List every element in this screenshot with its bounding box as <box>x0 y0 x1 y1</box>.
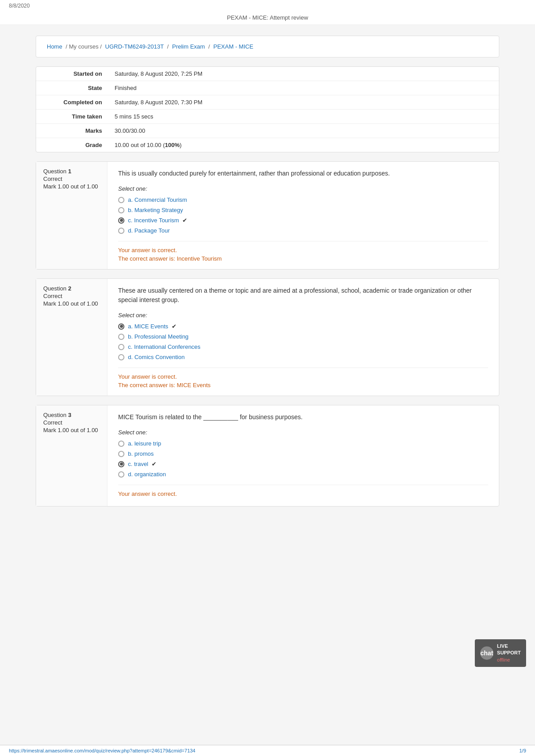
question-body: This is usually conducted purely for ent… <box>107 162 499 269</box>
feedback-message: Your answer is correct. <box>118 490 488 497</box>
option-label: d. organization <box>128 471 166 478</box>
radio-button <box>118 344 124 350</box>
radio-button <box>118 461 124 467</box>
options-list: a. leisure tripb. promosc. travel ✔d. or… <box>118 440 488 478</box>
options-list: a. MICE Events ✔b. Professional Meetingc… <box>118 323 488 360</box>
question-mark: Mark 1.00 out of 1.00 <box>43 183 100 190</box>
radio-button <box>118 441 124 447</box>
radio-button <box>118 451 124 457</box>
question-status: Correct <box>43 293 100 299</box>
feedback-message: Your answer is correct. <box>118 373 488 380</box>
info-value: 10.00 out of 10.00 (100%) <box>107 138 499 152</box>
option-item: c. Incentive Tourism ✔ <box>118 217 488 224</box>
select-one-label: Select one: <box>118 185 488 192</box>
radio-button <box>118 323 124 330</box>
question-label: Question 2 <box>43 285 100 292</box>
radio-button <box>118 334 124 340</box>
answer-feedback: Your answer is correct.The correct answe… <box>118 241 488 262</box>
option-label: a. leisure trip <box>128 440 161 447</box>
question-text: This is usually conducted purely for ent… <box>118 169 488 178</box>
question-sidebar: Question 3CorrectMark 1.00 out of 1.00 <box>36 405 107 506</box>
question-block: Question 1CorrectMark 1.00 out of 1.00Th… <box>36 161 499 270</box>
breadcrumb: Home / My courses / UGRD-TM6249-2013T / … <box>36 36 499 57</box>
info-label: Grade <box>36 138 107 152</box>
select-one-label: Select one: <box>118 312 488 319</box>
attempt-info-box: Started onSaturday, 8 August 2020, 7:25 … <box>36 66 499 152</box>
checkmark-icon: ✔ <box>150 461 157 467</box>
info-table-row: Marks30.00/30.00 <box>36 124 499 138</box>
breadcrumb-pexam[interactable]: PEXAM - MICE <box>214 43 254 50</box>
info-table-row: Time taken5 mins 15 secs <box>36 110 499 124</box>
option-item: d. organization <box>118 471 488 478</box>
question-body: These are usually centered on a theme or… <box>107 279 499 396</box>
option-item: c. International Conferences <box>118 343 488 350</box>
breadcrumb-sep-1: / My courses / <box>66 43 103 50</box>
header-date: 8/8/2020 <box>9 3 30 9</box>
radio-button <box>118 217 124 224</box>
question-text: These are usually centered on a theme or… <box>118 286 488 305</box>
info-table-row: Completed onSaturday, 8 August 2020, 7:3… <box>36 95 499 110</box>
question-body: MICE Tourism is related to the _________… <box>107 405 499 506</box>
option-item: d. Package Tour <box>118 227 488 234</box>
page-header: 8/8/2020 <box>0 0 535 12</box>
info-value: Saturday, 8 August 2020, 7:30 PM <box>107 95 499 110</box>
option-label: d. Comics Convention <box>128 354 185 360</box>
info-label: Started on <box>36 67 107 81</box>
breadcrumb-home[interactable]: Home <box>47 43 62 50</box>
radio-button <box>118 354 124 360</box>
radio-button <box>118 471 124 478</box>
option-item: a. leisure trip <box>118 440 488 447</box>
option-label: b. promos <box>128 450 154 457</box>
options-list: a. Commercial Tourismb. Marketing Strate… <box>118 196 488 234</box>
page-title-bar: PEXAM - MICE: Attempt review <box>0 11 535 25</box>
info-label: Time taken <box>36 110 107 124</box>
info-value: 5 mins 15 secs <box>107 110 499 124</box>
option-item: a. MICE Events ✔ <box>118 323 488 330</box>
option-label: c. Incentive Tourism ✔ <box>128 217 187 224</box>
question-label: Question 3 <box>43 412 100 418</box>
radio-button <box>118 207 124 213</box>
option-label: c. International Conferences <box>128 343 201 350</box>
option-item: b. Professional Meeting <box>118 333 488 340</box>
option-label: b. Professional Meeting <box>128 333 189 340</box>
option-label: c. travel ✔ <box>128 461 156 467</box>
option-item: d. Comics Convention <box>118 354 488 360</box>
question-sidebar: Question 1CorrectMark 1.00 out of 1.00 <box>36 162 107 269</box>
checkmark-icon: ✔ <box>181 217 188 224</box>
info-label: Completed on <box>36 95 107 110</box>
correct-answer: The correct answer is: MICE Events <box>118 382 488 388</box>
info-table-row: StateFinished <box>36 81 499 95</box>
questions-container: Question 1CorrectMark 1.00 out of 1.00Th… <box>36 161 499 507</box>
question-block: Question 2CorrectMark 1.00 out of 1.00Th… <box>36 278 499 396</box>
attempt-info-table: Started onSaturday, 8 August 2020, 7:25 … <box>36 67 499 152</box>
feedback-message: Your answer is correct. <box>118 247 488 253</box>
correct-answer: The correct answer is: Incentive Tourism <box>118 255 488 262</box>
option-label: b. Marketing Strategy <box>128 207 183 213</box>
breadcrumb-course[interactable]: UGRD-TM6249-2013T <box>105 43 164 50</box>
info-value: 30.00/30.00 <box>107 124 499 138</box>
question-mark: Mark 1.00 out of 1.00 <box>43 427 100 433</box>
breadcrumb-sep-2: / <box>167 43 170 50</box>
option-item: b. promos <box>118 450 488 457</box>
option-label: a. Commercial Tourism <box>128 196 187 203</box>
option-label: d. Package Tour <box>128 227 170 234</box>
answer-feedback: Your answer is correct.The correct answe… <box>118 368 488 388</box>
radio-button <box>118 197 124 203</box>
info-value: Finished <box>107 81 499 95</box>
info-table-row: Started onSaturday, 8 August 2020, 7:25 … <box>36 67 499 81</box>
option-item: b. Marketing Strategy <box>118 207 488 213</box>
radio-button <box>118 228 124 234</box>
breadcrumb-exam[interactable]: Prelim Exam <box>172 43 205 50</box>
question-text: MICE Tourism is related to the _________… <box>118 413 488 422</box>
info-value: Saturday, 8 August 2020, 7:25 PM <box>107 67 499 81</box>
page-title: PEXAM - MICE: Attempt review <box>227 14 308 21</box>
info-label: Marks <box>36 124 107 138</box>
question-status: Correct <box>43 176 100 182</box>
option-item: c. travel ✔ <box>118 461 488 467</box>
breadcrumb-sep-3: / <box>208 43 211 50</box>
info-table-row: Grade10.00 out of 10.00 (100%) <box>36 138 499 152</box>
question-mark: Mark 1.00 out of 1.00 <box>43 300 100 307</box>
option-label: a. MICE Events ✔ <box>128 323 177 330</box>
checkmark-icon: ✔ <box>170 323 177 330</box>
question-status: Correct <box>43 419 100 426</box>
